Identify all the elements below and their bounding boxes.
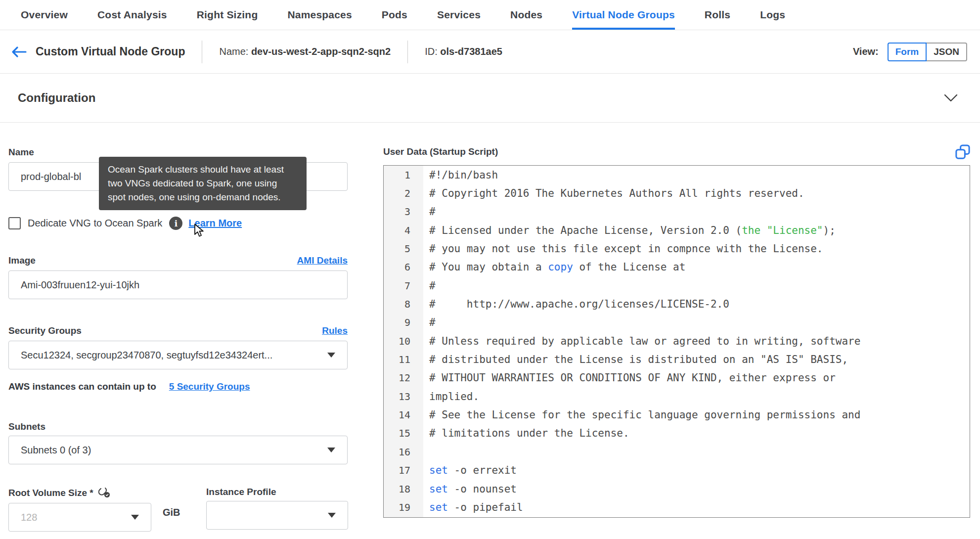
mouse-cursor xyxy=(194,224,204,239)
line-number: 15 xyxy=(384,427,423,439)
code-line: 18set -o nounset xyxy=(384,480,970,498)
subnets-select[interactable]: Subnets 0 (of 3) xyxy=(8,436,348,464)
line-number: 18 xyxy=(384,483,423,495)
line-number: 9 xyxy=(384,316,423,328)
instance-profile-block: Instance Profile xyxy=(206,486,348,530)
sg-hint-link[interactable]: 5 Security Groups xyxy=(169,381,250,392)
code-line: 11# distributed under the License is dis… xyxy=(384,350,970,368)
vng-name-label: Name: xyxy=(219,46,248,57)
tab-cost-analysis[interactable]: Cost Analysis xyxy=(97,0,167,30)
code-line: 4# Licensed under the Apache License, Ve… xyxy=(384,221,970,239)
info-icon[interactable]: i xyxy=(169,217,182,230)
root-volume-block: Root Volume Size * 128 xyxy=(8,486,151,532)
name-field-block: Name prod-global-bl Ocean Spark clusters… xyxy=(8,146,348,191)
line-number: 6 xyxy=(384,261,423,273)
tab-virtual-node-groups[interactable]: Virtual Node Groups xyxy=(572,0,675,30)
instance-profile-label: Instance Profile xyxy=(206,486,348,498)
code-line: 14# See the License for the specific lan… xyxy=(384,405,970,424)
subnets-block: Subnets Subnets 0 (of 3) xyxy=(8,421,348,464)
page-title: Custom Virtual Node Group xyxy=(36,45,185,58)
vng-id: ID: ols-d7381ae5 xyxy=(425,46,502,57)
link-check-icon xyxy=(98,486,110,500)
code-editor[interactable]: 1#!/bin/bash2# Copyright 2016 The Kubern… xyxy=(383,165,970,518)
caret-down-icon xyxy=(327,448,335,452)
divider xyxy=(407,41,408,63)
code-text: # http://www.apache.org/licenses/LICENSE… xyxy=(423,298,729,310)
subnets-label: Subnets xyxy=(8,421,348,433)
chevron-down-icon[interactable] xyxy=(943,93,958,102)
line-number: 7 xyxy=(384,280,423,292)
view-json-button[interactable]: JSON xyxy=(927,43,967,61)
sg-hint-text: AWS instances can contain up to xyxy=(8,381,156,392)
root-volume-select[interactable]: 128 xyxy=(8,503,151,532)
code-line: 2# Copyright 2016 The Kubernetes Authors… xyxy=(384,184,970,202)
image-input[interactable]: Ami-003fruuen12-yui-10jkh xyxy=(8,270,348,299)
code-line: 19set -o pipefail xyxy=(384,498,970,516)
tab-services[interactable]: Services xyxy=(437,0,481,30)
caret-down-icon xyxy=(328,513,336,518)
line-number: 2 xyxy=(384,187,423,199)
vng-name: Name: dev-us-west-2-app-sqn2-sqn2 xyxy=(219,46,391,57)
tab-nodes[interactable]: Nodes xyxy=(510,0,542,30)
instance-profile-select[interactable] xyxy=(206,501,348,530)
code-line: 7# xyxy=(384,276,970,295)
root-volume-unit: GiB xyxy=(163,507,180,518)
code-text: implied. xyxy=(423,391,479,403)
view-label: View: xyxy=(853,46,879,57)
code-line: 3# xyxy=(384,203,970,221)
view-toggle: View: Form JSON xyxy=(853,43,967,61)
security-groups-block: Security Groups Rules Secu12324, secgrou… xyxy=(8,325,348,392)
code-line: 10# Unless required by applicable law or… xyxy=(384,332,970,350)
image-field-block: Image AMI Details Ami-003fruuen12-yui-10… xyxy=(8,255,348,299)
code-text: set -o errexit xyxy=(423,464,517,476)
line-number: 13 xyxy=(384,391,423,403)
tab-namespaces[interactable]: Namespaces xyxy=(287,0,352,30)
code-line: 12# WITHOUT WARRANTIES OR CONDITIONS OF … xyxy=(384,369,970,387)
copy-icon[interactable] xyxy=(955,144,970,159)
line-number: 12 xyxy=(384,372,423,384)
code-text: # You may obtain a copy of the License a… xyxy=(423,261,685,273)
code-line: 13implied. xyxy=(384,387,970,405)
name-input-value: prod-global-bl xyxy=(21,171,81,182)
code-text: # distributed under the License is distr… xyxy=(423,354,848,365)
dedicate-vng-checkbox[interactable] xyxy=(8,217,21,229)
configuration-section-header[interactable]: Configuration xyxy=(0,74,980,123)
line-number: 4 xyxy=(384,225,423,236)
code-text: # xyxy=(423,316,436,328)
tab-pods[interactable]: Pods xyxy=(382,0,407,30)
code-line: 5# you may not use this file except in c… xyxy=(384,239,970,258)
code-text: # limitations under the License. xyxy=(423,427,629,439)
dedicate-vng-label: Dedicate VNG to Ocean Spark xyxy=(28,218,162,229)
line-number: 19 xyxy=(384,501,423,513)
subnets-value: Subnets 0 (of 3) xyxy=(21,445,91,456)
rules-link[interactable]: Rules xyxy=(322,325,348,336)
image-label: Image xyxy=(8,255,36,267)
ami-details-link[interactable]: AMI Details xyxy=(297,255,348,266)
tab-right-sizing[interactable]: Right Sizing xyxy=(197,0,258,30)
tab-rolls[interactable]: Rolls xyxy=(705,0,730,30)
security-groups-select[interactable]: Secu12324, secgroup23470870, segtuyfsd12… xyxy=(8,341,348,369)
view-form-button[interactable]: Form xyxy=(888,43,927,61)
user-data-header: User Data (Startup Script) xyxy=(383,144,970,159)
root-volume-label: Root Volume Size * xyxy=(8,487,93,499)
caret-down-icon xyxy=(327,353,335,358)
main-content: Name prod-global-bl Ocean Spark clusters… xyxy=(0,123,980,514)
code-text: # Unless required by applicable law or a… xyxy=(423,335,860,347)
tab-overview[interactable]: Overview xyxy=(21,0,68,30)
code-line: 8# http://www.apache.org/licenses/LICENS… xyxy=(384,295,970,313)
line-number: 14 xyxy=(384,409,423,421)
back-arrow-icon[interactable] xyxy=(11,45,28,58)
code-text: # Copyright 2016 The Kubernetes Authors … xyxy=(423,187,804,199)
line-number: 1 xyxy=(384,169,423,181)
security-groups-label: Security Groups xyxy=(8,325,82,337)
line-number: 5 xyxy=(384,243,423,255)
code-text: # you may not use this file except in co… xyxy=(423,243,823,255)
tab-logs[interactable]: Logs xyxy=(760,0,785,30)
vng-id-label: ID: xyxy=(425,46,438,57)
code-line: 17set -o errexit xyxy=(384,461,970,480)
configuration-title: Configuration xyxy=(18,91,95,105)
ocean-spark-tooltip: Ocean Spark clusters should have at leas… xyxy=(99,157,307,210)
code-line: 9# xyxy=(384,314,970,332)
divider xyxy=(202,41,202,63)
code-line: 16 xyxy=(384,443,970,461)
